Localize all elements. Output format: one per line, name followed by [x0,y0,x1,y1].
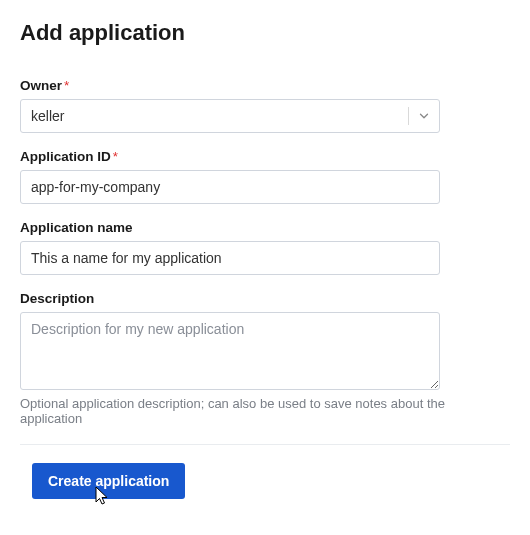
app-name-input[interactable] [20,241,440,275]
required-mark: * [113,149,118,164]
page-title: Add application [20,20,510,46]
description-label-text: Description [20,291,94,306]
app-id-label: Application ID* [20,149,510,164]
description-textarea[interactable] [20,312,440,390]
chevron-down-icon [408,107,431,125]
app-name-label-text: Application name [20,220,133,235]
app-id-label-text: Application ID [20,149,111,164]
owner-select[interactable]: keller [20,99,440,133]
description-field: Description Optional application descrip… [20,291,510,426]
create-application-button[interactable]: Create application [32,463,185,499]
owner-label: Owner* [20,78,510,93]
owner-select-value: keller [31,108,64,124]
cursor-icon [90,485,110,512]
app-name-label: Application name [20,220,510,235]
required-mark: * [64,78,69,93]
divider [20,444,510,445]
description-label: Description [20,291,510,306]
owner-field: Owner* keller [20,78,510,133]
owner-label-text: Owner [20,78,62,93]
app-id-field: Application ID* [20,149,510,204]
app-id-input[interactable] [20,170,440,204]
app-name-field: Application name [20,220,510,275]
create-application-button-label: Create application [48,473,169,489]
description-help-text: Optional application description; can al… [20,396,510,426]
